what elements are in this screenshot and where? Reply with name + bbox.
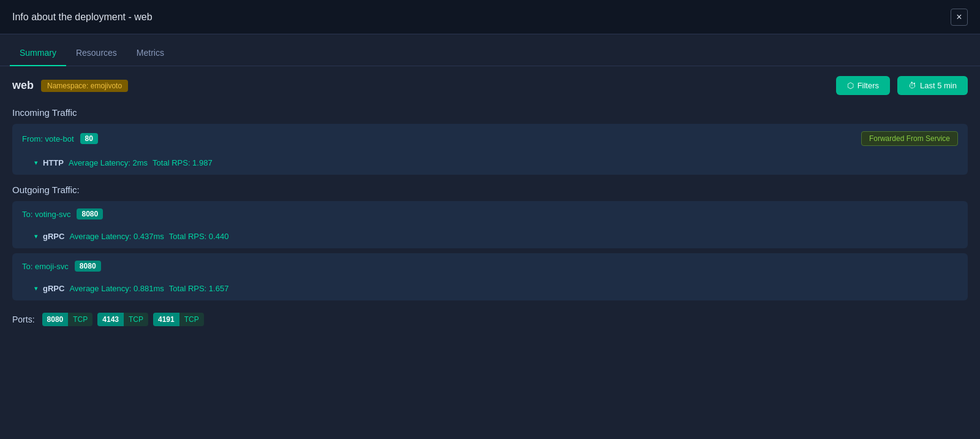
incoming-traffic-section: Incoming Traffic From: vote-bot 80 Forwa… bbox=[12, 107, 968, 175]
action-buttons: ⬡ Filters ⏱ Last 5 min bbox=[836, 76, 968, 95]
outgoing-traffic-section: Outgoing Traffic: To: voting-svc 8080 ▾ … bbox=[12, 185, 968, 300]
clock-icon: ⏱ bbox=[908, 81, 916, 90]
chevron-down-icon-out-0: ▾ bbox=[34, 232, 38, 240]
outgoing-port-badge-1: 8080 bbox=[75, 261, 101, 272]
port-protocol-2: TCP bbox=[179, 313, 204, 326]
total-rps-0: Total RPS: 1.987 bbox=[153, 158, 213, 167]
outgoing-card-header-0: To: voting-svc 8080 bbox=[12, 201, 968, 227]
from-label-0: From: vote-bot bbox=[22, 134, 74, 143]
close-button[interactable]: × bbox=[951, 9, 968, 26]
to-label-1: To: emoji-svc bbox=[22, 262, 69, 271]
incoming-card-header-0: From: vote-bot 80 Forwarded From Service bbox=[12, 124, 968, 153]
outgoing-traffic-title: Outgoing Traffic: bbox=[12, 185, 968, 195]
filter-icon: ⬡ bbox=[847, 81, 854, 90]
ports-section: Ports: 8080 TCP 4143 TCP 4191 TCP bbox=[12, 313, 968, 326]
outgoing-total-rps-1: Total RPS: 1.657 bbox=[169, 284, 229, 293]
port-number-1: 4143 bbox=[97, 313, 124, 326]
incoming-traffic-title: Incoming Traffic bbox=[12, 107, 968, 118]
chevron-down-icon-out-1: ▾ bbox=[34, 284, 38, 292]
incoming-traffic-card-0: From: vote-bot 80 Forwarded From Service… bbox=[12, 124, 968, 175]
filters-button[interactable]: ⬡ Filters bbox=[836, 76, 890, 95]
modal-title: Info about the deployment - web bbox=[12, 12, 153, 23]
avg-latency-0: Average Latency: 2ms bbox=[69, 158, 148, 167]
ports-label: Ports: bbox=[12, 315, 35, 324]
port-protocol-0: TCP bbox=[68, 313, 92, 326]
port-number-2: 4191 bbox=[153, 313, 179, 326]
tab-summary[interactable]: Summary bbox=[10, 40, 66, 66]
port-item-0: 8080 TCP bbox=[42, 313, 93, 326]
outgoing-card-header-1: To: emoji-svc 8080 bbox=[12, 253, 968, 279]
port-item-1: 4143 TCP bbox=[97, 313, 148, 326]
outgoing-port-badge-0: 8080 bbox=[77, 208, 103, 220]
outgoing-source-0: To: voting-svc 8080 bbox=[22, 208, 103, 220]
time-range-button[interactable]: ⏱ Last 5 min bbox=[897, 76, 968, 95]
main-content: web Namespace: emojivoto ⬡ Filters ⏱ Las… bbox=[0, 66, 980, 336]
port-protocol-1: TCP bbox=[124, 313, 148, 326]
modal-header: Info about the deployment - web × bbox=[0, 0, 980, 34]
incoming-details-0: ▾ HTTP Average Latency: 2ms Total RPS: 1… bbox=[12, 153, 968, 175]
tabs-bar: Summary Resources Metrics bbox=[0, 34, 980, 66]
deployment-row: web Namespace: emojivoto ⬡ Filters ⏱ Las… bbox=[12, 76, 968, 95]
tab-metrics[interactable]: Metrics bbox=[127, 40, 174, 66]
tab-resources[interactable]: Resources bbox=[66, 40, 127, 66]
deployment-name: web bbox=[12, 79, 34, 92]
outgoing-avg-latency-1: Average Latency: 0.881ms bbox=[69, 284, 164, 293]
outgoing-total-rps-0: Total RPS: 0.440 bbox=[169, 232, 229, 241]
port-badge-0: 80 bbox=[80, 133, 98, 144]
port-number-0: 8080 bbox=[42, 313, 69, 326]
outgoing-protocol-1: gRPC bbox=[43, 284, 64, 293]
traffic-source-0: From: vote-bot 80 bbox=[22, 133, 98, 144]
outgoing-traffic-card-0: To: voting-svc 8080 ▾ gRPC Average Laten… bbox=[12, 201, 968, 248]
outgoing-avg-latency-0: Average Latency: 0.437ms bbox=[69, 232, 164, 241]
protocol-label-0: HTTP bbox=[43, 158, 64, 167]
outgoing-source-1: To: emoji-svc 8080 bbox=[22, 261, 101, 272]
outgoing-protocol-0: gRPC bbox=[43, 232, 64, 241]
to-label-0: To: voting-svc bbox=[22, 210, 70, 219]
outgoing-details-1: ▾ gRPC Average Latency: 0.881ms Total RP… bbox=[12, 279, 968, 300]
outgoing-details-0: ▾ gRPC Average Latency: 0.437ms Total RP… bbox=[12, 227, 968, 248]
deployment-name-area: web Namespace: emojivoto bbox=[12, 79, 128, 92]
forwarded-from-service-badge: Forwarded From Service bbox=[861, 131, 958, 146]
port-item-2: 4191 TCP bbox=[153, 313, 204, 326]
chevron-down-icon: ▾ bbox=[34, 159, 38, 167]
outgoing-traffic-card-1: To: emoji-svc 8080 ▾ gRPC Average Latenc… bbox=[12, 253, 968, 300]
namespace-badge: Namespace: emojivoto bbox=[41, 80, 128, 92]
